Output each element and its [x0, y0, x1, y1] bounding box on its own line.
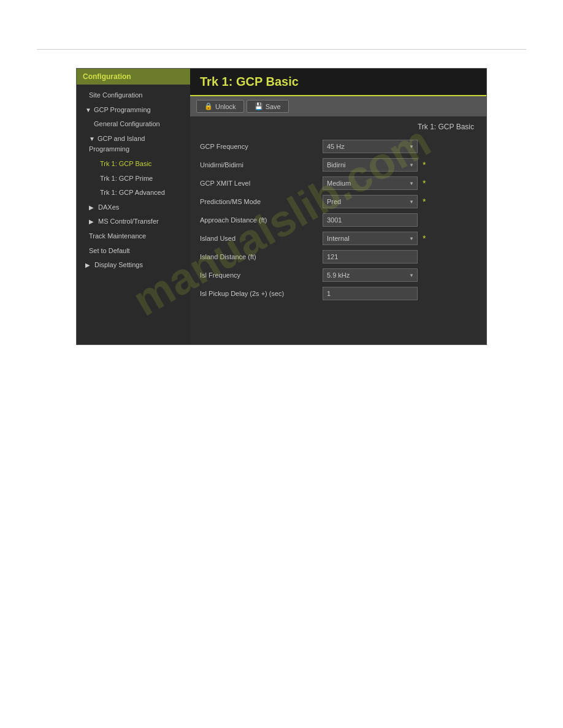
page-title: Trk 1: GCP Basic [190, 69, 486, 96]
label-gcp-xmit-level: GCP XMIT Level [200, 180, 323, 187]
sidebar-item-trk1-advanced[interactable]: Trk 1: GCP Advanced [77, 186, 190, 200]
arrow-icon: ▼ [85, 107, 91, 113]
form-row-approach-distance: Approach Distance (ft) [200, 213, 477, 227]
sidebar-label: Trk 1: GCP Advanced [100, 189, 165, 196]
sidebar-item-general-config[interactable]: General Configuration [77, 117, 190, 132]
sidebar-item-trk1-basic[interactable]: Trk 1: GCP Basic [77, 157, 190, 172]
unlock-button[interactable]: 🔒 Unlock [196, 100, 244, 113]
select-isl-frequency[interactable]: 5.9 kHz [323, 268, 418, 282]
form-row-island-distance: Island Distance (ft) [200, 250, 477, 264]
select-wrapper-island-used: Internal [323, 232, 418, 245]
form-row-isl-pickup-delay: Isl Pickup Delay (2s +) (sec) [200, 287, 477, 300]
content-subtitle: Trk 1: GCP Basic [200, 123, 477, 131]
select-wrapper-gcp-frequency: 45 Hz [323, 140, 418, 153]
form-row-gcp-frequency: GCP Frequency 45 Hz [200, 140, 477, 153]
save-icon: 💾 [255, 102, 263, 110]
required-star: * [423, 178, 426, 188]
select-prediction-ms-mode[interactable]: Pred [323, 195, 418, 208]
required-star: * [423, 197, 426, 207]
content-area: Trk 1: GCP Basic GCP Frequency 45 Hz [190, 116, 486, 317]
select-gcp-frequency[interactable]: 45 Hz [323, 140, 418, 153]
form-row-isl-frequency: Isl Frequency 5.9 kHz [200, 268, 477, 282]
control-unidirni-bidirni: Bidirni * [323, 158, 477, 172]
label-prediction-ms-mode: Prediction/MS Mode [200, 198, 323, 205]
select-island-used[interactable]: Internal [323, 232, 418, 245]
input-island-distance[interactable] [323, 250, 418, 264]
arrow-icon: ▶ [89, 218, 94, 225]
sidebar-header: Configuration [77, 69, 190, 85]
sidebar-item-display-settings[interactable]: ▶ Display Settings [77, 258, 190, 273]
sidebar-item-site-config[interactable]: Site Configuration [77, 88, 190, 103]
control-gcp-frequency: 45 Hz [323, 140, 477, 153]
control-isl-frequency: 5.9 kHz [323, 268, 477, 282]
sidebar-label: Set to Default [89, 247, 130, 254]
required-star: * [423, 160, 426, 170]
sidebar-label: MS Control/Transfer [98, 218, 159, 225]
sidebar-label: Display Settings [94, 261, 143, 268]
sidebar-label: Trk 1: GCP Basic [100, 160, 151, 167]
select-gcp-xmit-level[interactable]: Medium [323, 176, 418, 190]
input-isl-pickup-delay[interactable] [323, 287, 418, 300]
label-gcp-frequency: GCP Frequency [200, 143, 323, 150]
top-divider [37, 49, 526, 50]
select-wrapper-unidirni-bidirni: Bidirni [323, 158, 418, 172]
control-gcp-xmit-level: Medium * [323, 176, 477, 190]
main-container: Configuration Site Configuration ▼GCP Pr… [76, 68, 487, 345]
control-island-used: Internal * [323, 232, 477, 245]
save-label: Save [266, 103, 281, 110]
form-row-gcp-xmit-level: GCP XMIT Level Medium * [200, 176, 477, 190]
label-unidirni-bidirni: Unidirni/Bidirni [200, 161, 323, 169]
arrow-icon: ▼ [89, 135, 95, 142]
sidebar-label: DAXes [98, 203, 119, 211]
label-isl-frequency: Isl Frequency [200, 271, 323, 279]
sidebar-item-trk1-prime[interactable]: Trk 1: GCP Prime [77, 172, 190, 186]
main-content: Trk 1: GCP Basic 🔒 Unlock 💾 Save Trk 1: … [190, 69, 486, 344]
sidebar-item-daxes[interactable]: ▶ DAXes [77, 200, 190, 215]
label-approach-distance: Approach Distance (ft) [200, 216, 323, 224]
sidebar-label: Site Configuration [89, 91, 142, 99]
sidebar-menu: Site Configuration ▼GCP Programming Gene… [77, 85, 190, 276]
save-button[interactable]: 💾 Save [247, 100, 289, 113]
label-island-used: Island Used [200, 235, 323, 242]
sidebar-item-gcp-programming[interactable]: ▼GCP Programming [77, 103, 190, 118]
select-wrapper-prediction-ms-mode: Pred [323, 195, 418, 208]
sidebar: Configuration Site Configuration ▼GCP Pr… [77, 69, 190, 344]
sidebar-label: GCP and Island Programming [89, 135, 145, 153]
label-island-distance: Island Distance (ft) [200, 253, 323, 260]
input-approach-distance[interactable] [323, 213, 418, 227]
control-island-distance [323, 250, 477, 264]
select-unidirni-bidirni[interactable]: Bidirni [323, 158, 418, 172]
form-row-unidirni-bidirni: Unidirni/Bidirni Bidirni * [200, 158, 477, 172]
select-wrapper-gcp-xmit-level: Medium [323, 176, 418, 190]
sidebar-label: Track Maintenance [89, 232, 146, 240]
sidebar-item-set-to-default[interactable]: Set to Default [77, 244, 190, 259]
sidebar-item-gcp-island[interactable]: ▼GCP and Island Programming [77, 132, 190, 157]
select-wrapper-isl-frequency: 5.9 kHz [323, 268, 418, 282]
unlock-label: Unlock [215, 103, 236, 110]
toolbar: 🔒 Unlock 💾 Save [190, 96, 486, 116]
control-isl-pickup-delay [323, 287, 477, 300]
sidebar-label: GCP Programming [94, 106, 151, 113]
label-isl-pickup-delay: Isl Pickup Delay (2s +) (sec) [200, 290, 323, 297]
lock-icon: 🔒 [204, 102, 213, 110]
control-approach-distance [323, 213, 477, 227]
form-row-island-used: Island Used Internal * [200, 232, 477, 245]
arrow-icon: ▶ [89, 204, 94, 211]
control-prediction-ms-mode: Pred * [323, 195, 477, 208]
sidebar-item-track-maintenance[interactable]: Track Maintenance [77, 229, 190, 244]
form-row-prediction-ms-mode: Prediction/MS Mode Pred * [200, 195, 477, 208]
required-star: * [423, 233, 426, 243]
sidebar-item-ms-control[interactable]: ▶ MS Control/Transfer [77, 214, 190, 229]
arrow-icon: ▶ [85, 262, 90, 268]
sidebar-label: Trk 1: GCP Prime [100, 175, 153, 182]
sidebar-label: General Configuration [94, 120, 160, 127]
